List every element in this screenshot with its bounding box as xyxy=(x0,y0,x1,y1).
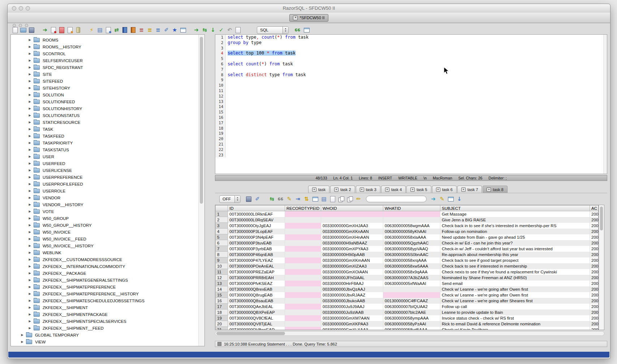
disclosure-triangle-icon[interactable]: ▶ xyxy=(28,114,31,117)
editor-line[interactable]: 12 xyxy=(215,94,607,99)
tree-item-zkfedex-shipmategeneralsettings[interactable]: ▶ZKFEDEX__SHIPMATEGENERALSETTINGS xyxy=(11,277,199,283)
results-tab-task-5[interactable]: ✕task 5 xyxy=(406,186,431,193)
row-number[interactable]: 14 xyxy=(216,286,228,292)
open-file-icon[interactable] xyxy=(20,26,27,34)
tab-close-icon[interactable]: ✕ xyxy=(461,187,466,192)
cell[interactable]: 200( xyxy=(590,286,599,292)
editor-line[interactable]: 11 xyxy=(215,88,607,94)
disclosure-triangle-icon[interactable]: ▶ xyxy=(28,45,31,48)
cell[interactable]: 0033000000GmXKmAAN xyxy=(321,257,383,263)
execute-icon[interactable]: ➔ xyxy=(193,26,200,34)
row-number[interactable]: 9 xyxy=(216,257,228,263)
results-search-input[interactable] xyxy=(366,196,427,202)
cell[interactable] xyxy=(285,217,321,223)
tab-close-icon[interactable]: ✕ xyxy=(487,187,491,192)
cell[interactable] xyxy=(285,263,321,269)
cell[interactable]: 00T3000000P46qnEAB xyxy=(228,252,285,257)
commit-icon[interactable]: ✓ xyxy=(217,26,225,34)
results-tab-task-4[interactable]: ✕task 4 xyxy=(381,186,406,193)
cell[interactable] xyxy=(285,234,321,240)
cell[interactable]: 006300000058xrqAAA xyxy=(383,257,440,263)
disclosure-triangle-icon[interactable]: ▶ xyxy=(28,182,31,186)
new-connection-icon[interactable] xyxy=(66,26,74,34)
cell[interactable]: 0033000000GmXLXAA3 xyxy=(321,327,383,330)
disclosure-triangle-icon[interactable]: ▶ xyxy=(28,38,31,42)
cell[interactable]: 0033000000GmXM7AAN xyxy=(321,315,383,321)
editor-line[interactable]: 9 xyxy=(215,77,607,83)
favorites-icon[interactable]: ★ xyxy=(171,26,178,34)
disclosure-triangle-icon[interactable]: ▶ xyxy=(28,217,31,220)
cell[interactable] xyxy=(285,246,321,252)
row-number[interactable]: 5 xyxy=(216,234,228,240)
cell[interactable] xyxy=(285,292,321,298)
tree-item-rooms-history[interactable]: ▶ROOMS__HISTORY xyxy=(11,43,199,50)
cell[interactable]: 00T3000000P3N4pEAF xyxy=(228,234,285,240)
download-icon[interactable]: ↓ xyxy=(456,195,463,203)
disclosure-triangle-icon[interactable]: ▶ xyxy=(28,176,31,179)
row-number[interactable]: 10 xyxy=(216,263,228,269)
editor-line[interactable]: 3 xyxy=(215,46,607,51)
list-red-icon[interactable]: ≡ xyxy=(138,26,145,34)
cell[interactable]: 200( xyxy=(590,304,599,309)
results-tab-task-8[interactable]: ✕task 8 xyxy=(483,186,507,193)
cell[interactable]: 0033000000GmXHnAAN xyxy=(321,234,383,240)
tree-item-solutionfeed[interactable]: ▶SOLUTIONFEED xyxy=(11,98,199,105)
disclosure-triangle-icon[interactable]: ▶ xyxy=(28,230,31,234)
cell[interactable]: 200( xyxy=(590,281,599,286)
help-book-icon[interactable] xyxy=(129,26,137,34)
tree-item-sitefeed[interactable]: ▶SITEFEED xyxy=(11,78,199,84)
execute-fetch-icon[interactable]: ⇆ xyxy=(201,26,208,34)
cell[interactable]: 00630000005xfWaAAI xyxy=(383,281,440,286)
cell[interactable]: 00T3000000PRR8rEAH xyxy=(228,275,285,281)
cell[interactable]: Re-approach about membership this year xyxy=(440,252,590,257)
disclosure-triangle-icon[interactable]: ▶ xyxy=(28,251,31,254)
cell[interactable] xyxy=(321,211,383,217)
move-rows-icon[interactable]: ⇅ xyxy=(303,195,310,203)
disclosure-triangle-icon[interactable]: ▶ xyxy=(28,79,31,83)
cell[interactable]: Leanne to provide update to Bain xyxy=(440,309,590,315)
results-hscrollbar[interactable] xyxy=(215,331,604,336)
cell[interactable]: 00T3000000PfvKSEAZ xyxy=(228,281,285,286)
cell[interactable]: 006300000058yd5AAA xyxy=(383,327,440,330)
cell[interactable]: 200( xyxy=(590,298,599,304)
cell[interactable]: Nominated by Shane Freeman at ANZ (HR50) xyxy=(440,275,590,281)
tree-item-w50-group[interactable]: ▶W50_GROUP xyxy=(11,215,199,222)
cell[interactable]: 006300000058wgmAAA xyxy=(383,223,440,229)
cell[interactable]: Check back to see if good target prospec… xyxy=(440,257,590,263)
cell[interactable]: 0033000000GmXPYAA3 xyxy=(321,246,383,252)
editor-line[interactable]: 14 xyxy=(215,104,607,109)
table-row[interactable]: 1500T3000000Q8rugEAB0033000000JbvRJAAZCh… xyxy=(216,292,599,298)
tree-item-userlicense[interactable]: ▶USERLICENSE xyxy=(11,167,199,174)
tab-close-icon[interactable]: ✕ xyxy=(436,187,440,192)
tree-item-vendor[interactable]: ▶VENDOR xyxy=(11,194,199,201)
disclosure-triangle-icon[interactable]: ▶ xyxy=(28,52,31,55)
cell[interactable]: 200( xyxy=(590,211,599,217)
cell[interactable]: 006300000058ypVAAQ xyxy=(383,246,440,252)
results-tab-task-7[interactable]: ✕task 7 xyxy=(457,186,482,193)
cell[interactable] xyxy=(285,281,321,286)
disclosure-triangle-icon[interactable]: ▶ xyxy=(28,278,31,282)
tree-item-taskfeed[interactable]: ▶TASKFEED xyxy=(11,133,199,139)
cell[interactable]: 00630000007A3bZAAS xyxy=(383,275,440,281)
results-tab-task[interactable]: ✕task xyxy=(308,186,329,193)
table-row[interactable]: 1400T3000000Q8rexEAB0033000000JbvQzAAJCh… xyxy=(216,286,599,292)
cell[interactable]: Get Massage xyxy=(440,211,590,217)
cell[interactable]: Rick to email David & reference Delmonte… xyxy=(440,321,590,327)
editor-line[interactable]: 2group by type xyxy=(215,40,607,46)
disclosure-triangle-icon[interactable]: ▶ xyxy=(28,237,31,240)
tree-item-weblink[interactable]: ▶WEBLINK xyxy=(11,249,199,256)
tree-item-taskpriority[interactable]: ▶TASKPRIORITY xyxy=(11,139,199,146)
cell[interactable]: Follow up call xyxy=(440,304,590,309)
table-row[interactable]: 600T3000000P3tuvEAB0033000000H9aNBAAZ006… xyxy=(216,240,599,246)
cell[interactable]: 200( xyxy=(590,252,599,257)
cell[interactable]: Check nexis to see if they've found a re… xyxy=(440,269,590,275)
cell[interactable]: 0033000000JbvQzAAJ xyxy=(321,286,383,292)
cell[interactable]: 00630000007bIQUAA2 xyxy=(383,304,440,309)
table-export-icon[interactable] xyxy=(179,26,187,34)
tree-item-scontrol[interactable]: ▶SCONTROL xyxy=(11,50,199,57)
row-number[interactable]: 7 xyxy=(216,246,228,252)
cell[interactable]: 006300000058yKhAAI xyxy=(383,229,440,234)
table-row[interactable]: 700T3000000P3yrbEAB0033000000GmXPYAA3006… xyxy=(216,246,599,252)
cell[interactable] xyxy=(285,321,321,327)
column-header-recordtypeid[interactable]: RECORDTYPEID xyxy=(285,205,321,211)
